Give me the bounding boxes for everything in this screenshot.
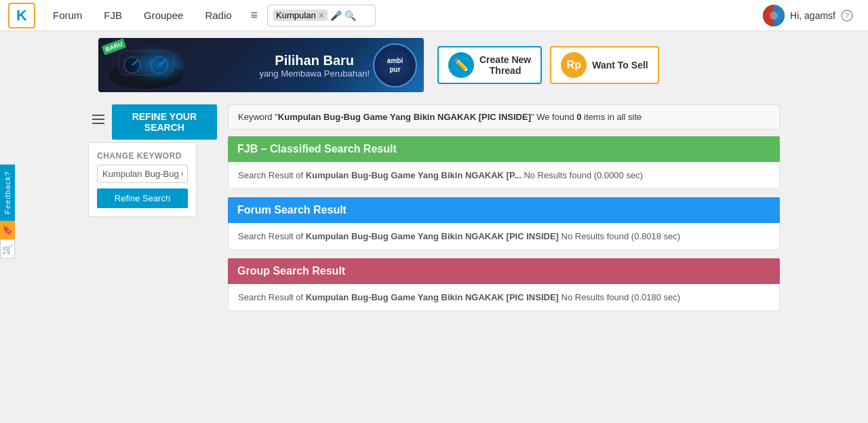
sidebar-menu-icon[interactable]	[88, 108, 109, 130]
avatar	[763, 5, 785, 26]
navbar: K Forum FJB Groupee Radio ≡ Kumpulan ✕ 🎤…	[0, 0, 868, 31]
nav-fjb[interactable]: FJB	[94, 0, 132, 31]
keyword-input[interactable]	[97, 165, 188, 183]
search-info-suffix: " We found	[531, 112, 576, 122]
search-box[interactable]: Kumpulan ✕ 🎤 🔍	[267, 5, 376, 26]
sidebar: REFINE YOUR SEARCH CHANGE KEYWORD Refine…	[88, 99, 217, 370]
banner-sub-text: yang Membawa Perubahan!	[259, 68, 370, 79]
create-thread-label: Create New Thread	[479, 54, 531, 76]
user-greeting: Hi, agamsf	[790, 10, 835, 21]
nav-forum[interactable]: Forum	[43, 0, 92, 31]
banner-area: BARU Pilihan Baru yang Membawa Perubahan…	[0, 31, 868, 99]
want-to-sell-button[interactable]: Rp Want To Sell	[550, 46, 658, 84]
banner-main-text: Pilihan Baru	[259, 52, 370, 68]
pencil-icon: ✏️	[448, 52, 474, 78]
count-suffix: items in all site	[581, 112, 642, 122]
result-header-1: Forum Search Result	[228, 197, 780, 223]
main-content: REFINE YOUR SEARCH CHANGE KEYWORD Refine…	[0, 99, 868, 370]
help-icon[interactable]: ?	[841, 9, 853, 22]
microphone-icon[interactable]: 🎤	[330, 10, 342, 21]
nav-groupee[interactable]: Groupee	[134, 0, 193, 31]
logo-letter: K	[16, 8, 27, 23]
result-header-0: FJB – Classified Search Result	[228, 136, 780, 162]
user-area: Hi, agamsf ?	[756, 5, 860, 26]
search-info-bar: Keyword "Kumpulan Bug-Bug Game Yang Biki…	[228, 104, 780, 129]
banner-text: Pilihan Baru yang Membawa Perubahan!	[259, 52, 370, 79]
logo[interactable]: K	[8, 3, 35, 28]
search-tag-close[interactable]: ✕	[318, 11, 325, 20]
banner-image: BARU Pilihan Baru yang Membawa Perubahan…	[98, 38, 424, 92]
change-keyword-label: CHANGE KEYWORD	[97, 151, 188, 161]
result-body-1: Search Result of Kumpulan Bug-Bug Game Y…	[228, 223, 780, 250]
action-buttons: ✏️ Create New Thread Rp Want To Sell	[437, 46, 659, 84]
want-to-sell-label: Want To Sell	[592, 60, 648, 70]
nav-menu-icon[interactable]: ≡	[244, 0, 265, 31]
result-section-2: Group Search ResultSearch Result of Kump…	[228, 258, 780, 311]
left-sidebar: Feedback? 🔖 🛒	[0, 164, 15, 258]
avatar-inner	[763, 5, 785, 26]
refine-panel: CHANGE KEYWORD Refine Search	[88, 142, 197, 217]
result-sections: FJB – Classified Search ResultSearch Res…	[228, 136, 780, 311]
result-body-2: Search Result of Kumpulan Bug-Bug Game Y…	[228, 284, 780, 311]
feedback-tab[interactable]: Feedback?	[0, 164, 15, 220]
refine-search-header-button[interactable]: REFINE YOUR SEARCH	[112, 104, 217, 140]
search-tag: Kumpulan ✕	[273, 9, 328, 21]
result-section-0: FJB – Classified Search ResultSearch Res…	[228, 136, 780, 189]
search-keyword: Kumpulan Bug-Bug Game Yang Bikin NGAKAK …	[278, 112, 531, 122]
content-area: Keyword "Kumpulan Bug-Bug Game Yang Biki…	[217, 99, 780, 370]
nav-radio[interactable]: Radio	[195, 0, 241, 31]
refine-search-button[interactable]: Refine Search	[97, 188, 188, 208]
create-thread-button[interactable]: ✏️ Create New Thread	[437, 46, 542, 84]
bookmark-icon[interactable]: 🔖	[0, 221, 15, 240]
search-icon[interactable]: 🔍	[344, 10, 356, 21]
result-section-1: Forum Search ResultSearch Result of Kump…	[228, 197, 780, 250]
result-body-0: Search Result of Kumpulan Bug-Bug Game Y…	[228, 162, 780, 189]
svg-point-0	[770, 12, 778, 20]
search-info-prefix: Keyword "	[238, 112, 278, 122]
rupiah-icon: Rp	[561, 52, 587, 78]
result-header-2: Group Search Result	[228, 258, 780, 284]
search-tag-text: Kumpulan	[276, 10, 316, 20]
banner-logo: ambipur	[373, 43, 417, 87]
cart-icon[interactable]: 🛒	[0, 240, 15, 259]
